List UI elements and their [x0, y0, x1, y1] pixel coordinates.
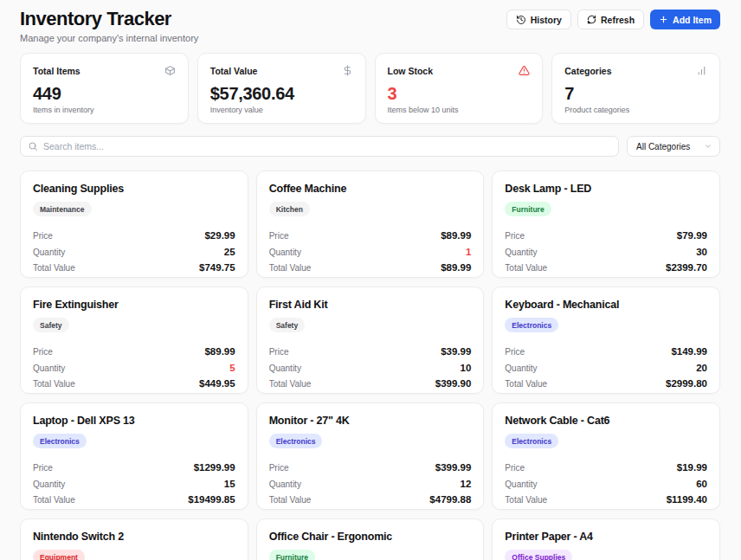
item-delete-button[interactable]	[704, 419, 707, 422]
price-row: Price $29.99	[33, 230, 235, 241]
price-label: Price	[269, 347, 289, 357]
history-button[interactable]: History	[506, 10, 571, 29]
price-label: Price	[33, 347, 53, 357]
total-value-row: Total Value $4799.88	[269, 494, 472, 505]
quantity-value: 1	[466, 247, 471, 257]
stat-value: $57,360.64	[210, 84, 353, 104]
quantity-label: Quantity	[505, 364, 537, 373]
item-details: Price $39.99 Quantity 10 Total Value $39…	[269, 346, 472, 389]
item-head: Cleaning Supplies	[33, 183, 235, 195]
item-details: Price $79.99 Quantity 30 Total Value $23…	[505, 230, 707, 273]
item-name: Office Chair - Ergonomic	[269, 531, 392, 543]
item-delete-button[interactable]	[232, 187, 235, 190]
header-titles: Inventory Tracker Manage your company's …	[20, 8, 198, 43]
item-delete-button[interactable]	[704, 303, 707, 306]
stat-card: Total Value $57,360.64 Inventory value	[197, 53, 366, 124]
stat-label: Low Stock	[388, 66, 434, 76]
stat-value: 7	[564, 84, 707, 104]
item-history-button[interactable]	[686, 303, 690, 306]
item-history-button[interactable]	[686, 187, 690, 190]
category-badge: Electronics	[505, 318, 558, 332]
total-value-value: $19499.85	[188, 494, 235, 505]
item-history-button[interactable]	[450, 535, 454, 538]
item-delete-button[interactable]	[467, 303, 471, 306]
item-delete-button[interactable]	[704, 535, 707, 538]
item-actions	[450, 303, 471, 306]
stat-label: Total Items	[33, 66, 81, 76]
refresh-button[interactable]: Refresh	[577, 10, 644, 29]
inventory-item-card: Monitor - 27" 4K Electronics Price $399.…	[256, 402, 485, 510]
stat-head: Categories	[564, 65, 707, 76]
item-delete-button[interactable]	[232, 303, 235, 306]
add-item-button-label: Add Item	[673, 15, 712, 25]
item-details: Price $89.99 Quantity 1 Total Value $89.…	[269, 230, 472, 273]
price-label: Price	[33, 231, 53, 241]
item-delete-button[interactable]	[467, 419, 471, 422]
item-edit-button[interactable]	[695, 535, 699, 538]
price-row: Price $89.99	[33, 346, 235, 357]
category-badge: Electronics	[33, 434, 87, 448]
item-edit-button[interactable]	[695, 303, 699, 306]
price-row: Price $19.99	[505, 462, 707, 473]
price-row: Price $39.99	[269, 346, 472, 357]
item-edit-button[interactable]	[223, 419, 227, 422]
item-history-button[interactable]	[215, 187, 218, 190]
item-history-button[interactable]	[686, 535, 690, 538]
item-edit-button[interactable]	[459, 535, 462, 538]
total-value-row: Total Value $399.90	[269, 378, 472, 389]
item-details: Price $399.99 Quantity 12 Total Value $4…	[269, 462, 472, 505]
price-value: $19.99	[677, 462, 707, 473]
item-edit-button[interactable]	[695, 419, 699, 422]
item-edit-button[interactable]	[459, 419, 462, 422]
quantity-value: 20	[696, 363, 707, 373]
item-history-button[interactable]	[215, 419, 218, 422]
item-edit-button[interactable]	[223, 303, 227, 306]
stat-value: 3	[388, 84, 531, 104]
item-edit-button[interactable]	[459, 187, 462, 190]
total-value-label: Total Value	[269, 495, 312, 505]
item-delete-button[interactable]	[467, 535, 471, 538]
item-actions	[450, 535, 471, 538]
category-filter-value: All Categories	[636, 142, 690, 151]
stat-subtext: Product categories	[564, 106, 707, 114]
price-value: $29.99	[204, 230, 235, 241]
item-edit-button[interactable]	[459, 303, 462, 306]
item-delete-button[interactable]	[232, 419, 235, 422]
item-head: Fire Extinguisher	[33, 299, 235, 311]
item-history-button[interactable]	[686, 419, 690, 422]
item-edit-button[interactable]	[223, 187, 227, 190]
item-delete-button[interactable]	[467, 187, 471, 190]
total-value-row: Total Value $2399.70	[505, 262, 707, 273]
total-value-label: Total Value	[505, 263, 547, 273]
item-history-button[interactable]	[450, 419, 454, 422]
add-item-button[interactable]: Add Item	[650, 10, 720, 29]
item-name: Keyboard - Mechanical	[505, 299, 619, 311]
quantity-row: Quantity 20	[505, 363, 707, 373]
item-delete-button[interactable]	[232, 535, 235, 538]
item-history-button[interactable]	[215, 535, 218, 538]
item-head: Laptop - Dell XPS 13	[33, 415, 235, 427]
total-value-label: Total Value	[33, 263, 75, 273]
inventory-tracker-app: Inventory Tracker Manage your company's …	[0, 0, 741, 560]
item-edit-button[interactable]	[695, 187, 699, 190]
category-filter-dropdown[interactable]: All Categories	[627, 136, 720, 157]
item-delete-button[interactable]	[704, 187, 707, 190]
inventory-item-card: First Aid Kit Safety Price $39.99 Quanti	[256, 286, 485, 394]
item-head: Office Chair - Ergonomic	[269, 531, 472, 543]
quantity-row: Quantity 25	[33, 247, 235, 257]
item-actions	[686, 419, 707, 422]
item-history-button[interactable]	[450, 187, 454, 190]
item-history-button[interactable]	[450, 303, 454, 306]
inventory-item-card: Keyboard - Mechanical Electronics Price …	[492, 286, 720, 394]
search-input[interactable]	[20, 136, 619, 157]
item-edit-button[interactable]	[223, 535, 227, 538]
quantity-value: 5	[229, 363, 235, 373]
category-badge: Safety	[33, 318, 69, 332]
total-value-label: Total Value	[505, 495, 547, 505]
quantity-row: Quantity 1	[269, 247, 472, 257]
category-badge: Kitchen	[269, 202, 310, 216]
inventory-item-card: Laptop - Dell XPS 13 Electronics Price $…	[20, 402, 248, 510]
quantity-value: 60	[696, 479, 707, 489]
price-label: Price	[269, 231, 289, 241]
item-history-button[interactable]	[215, 303, 218, 306]
